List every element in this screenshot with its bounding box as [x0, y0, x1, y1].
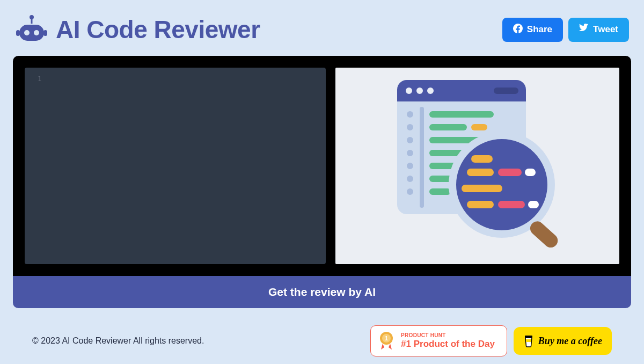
- preview-pane[interactable]: [335, 68, 619, 264]
- share-twitter-button[interactable]: Tweet: [568, 18, 629, 42]
- code-editor[interactable]: 1: [25, 68, 326, 264]
- app-title: AI Code Reviewer: [56, 15, 260, 44]
- tweet-label: Tweet: [593, 24, 618, 35]
- main: 1: [0, 56, 644, 308]
- code-review-illustration-icon: [386, 80, 569, 252]
- svg-point-11: [416, 88, 423, 94]
- svg-rect-34: [467, 169, 494, 176]
- product-hunt-big: #1 Product of the Day: [401, 339, 495, 350]
- svg-point-14: [407, 111, 413, 118]
- robot-icon: [15, 13, 48, 46]
- svg-rect-37: [462, 185, 502, 192]
- logo-wrap: AI Code Reviewer: [15, 13, 260, 46]
- header: AI Code Reviewer Share Tweet: [0, 0, 644, 56]
- svg-rect-33: [471, 155, 493, 163]
- svg-point-26: [407, 176, 413, 182]
- svg-point-17: [407, 124, 413, 130]
- get-review-button[interactable]: Get the review by AI: [13, 276, 631, 308]
- svg-rect-39: [498, 201, 525, 208]
- editor-preview-panel: 1: [13, 56, 631, 276]
- svg-rect-35: [498, 169, 522, 176]
- facebook-icon: [513, 24, 523, 36]
- svg-rect-45: [526, 339, 531, 342]
- svg-point-28: [407, 188, 413, 195]
- footer-right: 1 PRODUCT HUNT #1 Product of the Day Buy…: [370, 325, 612, 356]
- svg-point-12: [427, 88, 434, 94]
- product-hunt-text: PRODUCT HUNT #1 Product of the Day: [401, 332, 495, 349]
- svg-rect-40: [528, 201, 539, 208]
- svg-rect-29: [429, 188, 451, 195]
- svg-rect-38: [467, 201, 494, 208]
- svg-point-3: [24, 30, 30, 35]
- svg-rect-13: [494, 88, 518, 94]
- share-label: Share: [527, 24, 552, 35]
- svg-rect-15: [420, 107, 424, 208]
- svg-rect-6: [43, 30, 47, 36]
- share-buttons: Share Tweet: [502, 18, 629, 42]
- svg-rect-18: [429, 124, 467, 130]
- svg-rect-16: [429, 111, 494, 118]
- svg-point-20: [407, 137, 413, 143]
- svg-rect-19: [471, 124, 487, 130]
- svg-rect-1: [31, 18, 33, 24]
- bmc-label: Buy me a coffee: [538, 336, 602, 347]
- svg-text:1: 1: [385, 336, 388, 341]
- buy-me-coffee-button[interactable]: Buy me a coffee: [514, 327, 612, 355]
- medal-icon: 1: [378, 331, 394, 351]
- svg-point-22: [407, 150, 413, 156]
- share-facebook-button[interactable]: Share: [502, 18, 563, 42]
- cta-label: Get the review by AI: [268, 286, 376, 298]
- product-hunt-badge[interactable]: 1 PRODUCT HUNT #1 Product of the Day: [370, 325, 507, 356]
- svg-rect-5: [16, 30, 20, 36]
- svg-point-24: [407, 163, 413, 169]
- twitter-icon: [579, 24, 589, 36]
- svg-point-10: [406, 88, 412, 94]
- copyright-text: © 2023 AI Code Reviewer All rights reser…: [32, 336, 204, 346]
- line-number: 1: [38, 75, 41, 83]
- product-hunt-small: PRODUCT HUNT: [401, 332, 495, 339]
- coffee-cup-icon: [523, 334, 534, 347]
- svg-rect-2: [19, 25, 44, 41]
- svg-point-4: [34, 30, 39, 35]
- svg-rect-36: [525, 169, 536, 176]
- footer: © 2023 AI Code Reviewer All rights reser…: [0, 308, 644, 356]
